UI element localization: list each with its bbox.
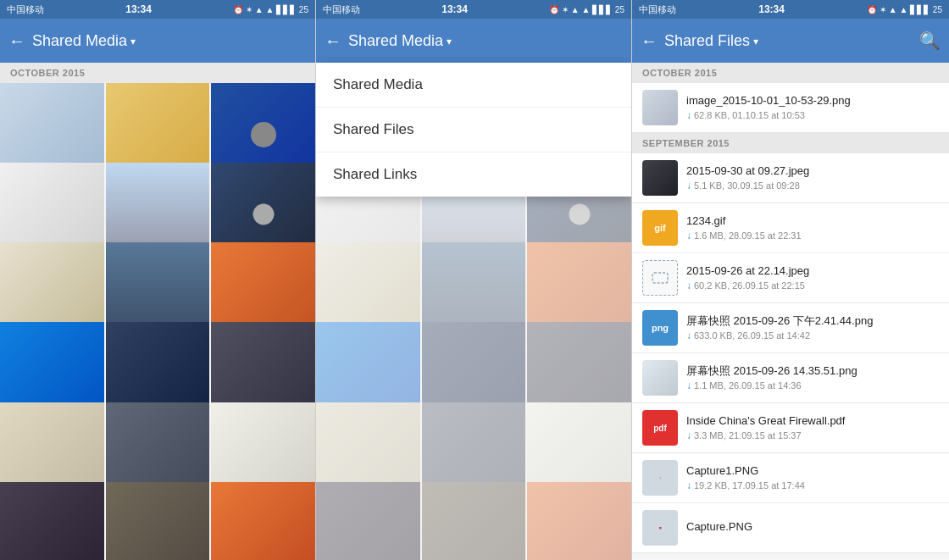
section-label-oct-left: OCTOBER 2015 [0,63,315,83]
time-right: 13:34 [758,3,785,15]
panel-shared-media-left: 中国移动 13:34 ⏰ ✶ ▲ ▲ ▋▋▋ 25 ← Shared Media… [0,0,316,560]
file-size-date: 633.0 KB, 26.09.15 at 14:42 [694,330,810,341]
photo-grid-left: 8 GB — 1小时 共 6.08 GB 1.79 GB — 3分钟 1.79 … [0,83,315,560]
dropdown-item-shared-media[interactable]: Shared Media [316,63,631,108]
file-size-date: 1.6 MB, 28.09.15 at 22:31 [694,230,802,241]
file-info: 2015-09-30 at 09.27.jpeg ↓ 5.1 KB, 30.09… [686,164,939,192]
photo-cell[interactable] [106,482,210,560]
file-item[interactable]: ▪ Capture.PNG [632,503,949,553]
file-name: image_2015-10-01_10-53-29.png [686,94,939,108]
download-icon: ↓ [686,380,691,391]
back-button-right[interactable]: ← [641,31,658,51]
download-icon: ↓ [686,230,691,241]
search-icon-right[interactable]: 🔍 [919,30,941,51]
file-thumbnail-gif: gif [642,210,678,246]
file-thumbnail [642,160,678,196]
back-button-left[interactable]: ← [8,31,25,51]
dropdown-item-shared-files[interactable]: Shared Files [316,108,631,152]
photo-cell[interactable] [0,482,104,560]
file-meta: ↓ 1.6 MB, 28.09.15 at 22:31 [686,230,939,241]
download-icon: ↓ [686,180,691,191]
file-item[interactable]: 屏幕快照 2015-09-26 14.35.51.png ↓ 1.1 MB, 2… [632,353,949,403]
file-name: 屏幕快照 2015-09-26 下午2.41.44.png [686,314,939,329]
section-label-sep-right: SEPTEMBER 2015 [632,133,949,153]
file-name: 2015-09-30 at 09.27.jpeg [686,164,939,179]
status-bar-left: 中国移动 13:34 ⏰ ✶ ▲ ▲ ▋▋▋ 25 [0,0,315,19]
section-label-oct-right: OCTOBER 2015 [632,63,949,83]
file-item[interactable]: 2015-09-30 at 09.27.jpeg ↓ 5.1 KB, 30.09… [632,153,949,203]
file-meta: ↓ 19.2 KB, 17.09.15 at 17:44 [686,480,939,491]
title-text-left: Shared Media [32,32,127,50]
file-info: 屏幕快照 2015-09-26 下午2.41.44.png ↓ 633.0 KB… [686,314,939,342]
file-item[interactable]: image_2015-10-01_10-53-29.png ↓ 62.8 KB,… [632,83,949,133]
dropdown-menu: Shared Media Shared Files Shared Links [316,63,631,197]
file-thumbnail-screen [642,360,678,396]
file-thumbnail [642,90,678,125]
file-meta: ↓ 62.8 KB, 01.10.15 at 10:53 [686,109,939,121]
pdf-label: pdf [653,424,667,433]
download-icon: ↓ [686,280,691,291]
toolbar-middle: ← Shared Media ▾ [316,19,631,63]
photo-cell[interactable] [422,482,526,560]
svg-rect-0 [652,273,668,283]
dropdown-arrow-middle[interactable]: ▾ [447,36,452,47]
title-middle: Shared Media ▾ [348,32,623,50]
title-text-right: Shared Files [664,32,750,50]
gif-label: gif [654,223,665,233]
time-middle: 13:34 [441,3,468,15]
file-size-date: 62.8 KB, 01.10.15 at 10:53 [694,110,805,120]
file-info: Inside China's Great Firewall.pdf ↓ 3.3 … [686,414,939,442]
carrier-middle: 中国移动 [323,3,360,16]
file-info: image_2015-10-01_10-53-29.png ↓ 62.8 KB,… [686,94,939,122]
file-meta: ↓ 1.1 MB, 26.09.15 at 14:36 [686,380,939,391]
file-thumbnail-dash [642,260,678,296]
file-size-date: 3.3 MB, 21.09.15 at 15:37 [694,430,802,441]
panel-shared-files: 中国移动 13:34 ⏰ ✶ ▲ ▲ ▋▋▋ 25 ← Shared Files… [632,0,949,560]
download-icon: ↓ [686,109,691,121]
dropdown-arrow-right[interactable]: ▾ [753,36,758,47]
icons-middle: ⏰ ✶ ▲ ▲ ▋▋▋ 25 [549,5,624,14]
title-text-middle: Shared Media [348,32,443,50]
file-size-date: 1.1 MB, 26.09.15 at 14:36 [694,380,802,391]
file-meta: ↓ 60.2 KB, 26.09.15 at 22:15 [686,280,939,291]
file-item[interactable]: pdf Inside China's Great Firewall.pdf ↓ … [632,403,949,453]
file-thumbnail-capture: ▪ [642,510,678,546]
capture-icon: ▪ [658,474,661,482]
file-item[interactable]: png 屏幕快照 2015-09-26 下午2.41.44.png ↓ 633.… [632,303,949,353]
file-thumbnail-pdf: pdf [642,410,678,446]
download-icon: ↓ [686,330,691,341]
file-info: 屏幕快照 2015-09-26 14.35.51.png ↓ 1.1 MB, 2… [686,364,939,392]
file-name: Inside China's Great Firewall.pdf [686,414,939,429]
toolbar-left: ← Shared Media ▾ [0,19,315,63]
file-info: Capture1.PNG ↓ 19.2 KB, 17.09.15 at 17:4… [686,464,939,492]
file-info: Capture.PNG [686,520,939,536]
file-size-date: 19.2 KB, 17.09.15 at 17:44 [694,480,805,491]
panel-shared-media-middle: 中国移动 13:34 ⏰ ✶ ▲ ▲ ▋▋▋ 25 ← Shared Media… [316,0,632,560]
file-size-date: 60.2 KB, 26.09.15 at 22:15 [694,280,805,291]
photo-cell[interactable] [316,482,420,560]
dropdown-arrow-left[interactable]: ▾ [130,36,136,47]
time-left: 13:34 [125,3,152,15]
file-meta: ↓ 633.0 KB, 26.09.15 at 14:42 [686,330,939,341]
png-label: png [652,323,669,333]
file-size-date: 5.1 KB, 30.09.15 at 09:28 [694,180,800,191]
file-item[interactable]: 2015-09-26 at 22.14.jpeg ↓ 60.2 KB, 26.0… [632,253,949,303]
file-name: Capture1.PNG [686,464,939,479]
capture-icon2: ▪ [658,524,661,532]
icons-right: ⏰ ✶ ▲ ▲ ▋▋▋ 25 [867,5,942,14]
file-item[interactable]: ▪ Capture1.PNG ↓ 19.2 KB, 17.09.15 at 17… [632,453,949,503]
file-name: Capture.PNG [686,520,939,535]
status-bar-right: 中国移动 13:34 ⏰ ✶ ▲ ▲ ▋▋▋ 25 [632,0,949,19]
file-item[interactable]: gif 1234.gif ↓ 1.6 MB, 28.09.15 at 22:31 [632,203,949,253]
file-info: 2015-09-26 at 22.14.jpeg ↓ 60.2 KB, 26.0… [686,264,939,292]
file-info: 1234.gif ↓ 1.6 MB, 28.09.15 at 22:31 [686,214,939,242]
dropdown-item-shared-links[interactable]: Shared Links [316,152,631,197]
photo-cell[interactable]: 1.79 GB — 正在计 [211,482,315,560]
file-name: 2015-09-26 at 22.14.jpeg [686,264,939,279]
download-icon: ↓ [686,430,691,441]
file-thumbnail-png: png [642,310,678,346]
file-thumbnail-capture1: ▪ [642,460,678,496]
carrier-left: 中国移动 [7,3,44,16]
back-button-middle[interactable]: ← [325,31,341,51]
photo-cell[interactable]: 1.79 GB — 正在计 [527,482,631,560]
